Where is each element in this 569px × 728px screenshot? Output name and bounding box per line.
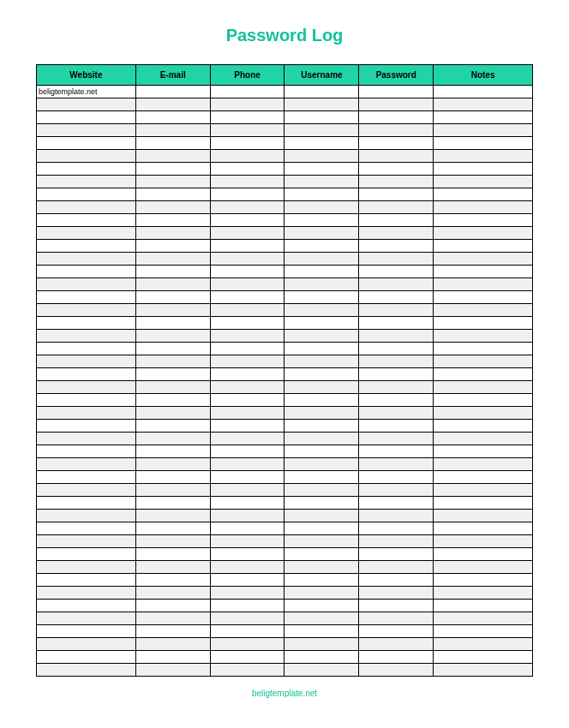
table-row [37,600,533,612]
cell-email [135,98,210,111]
table-row [37,98,533,111]
cell-phone [210,304,284,317]
cell-email [135,407,210,420]
table-row [37,548,533,561]
cell-notes [434,291,533,304]
cell-password [359,600,434,612]
cell-phone [210,176,284,188]
cell-email [135,445,210,458]
table-row [37,471,533,484]
cell-username [284,381,359,394]
table-row [37,497,533,510]
column-header-notes: Notes [434,65,533,86]
cell-email [135,420,210,433]
cell-website [37,330,136,343]
cell-email [135,651,210,664]
cell-email [135,176,210,188]
cell-password [359,587,434,600]
cell-password [359,111,434,124]
cell-password [359,163,434,176]
cell-website [37,612,136,625]
cell-username [284,163,359,176]
table-row: beligtemplate.net [37,86,533,98]
cell-username [284,497,359,510]
cell-password [359,124,434,137]
cell-website [37,137,136,150]
cell-website [37,201,136,214]
cell-notes [434,612,533,625]
cell-website [37,214,136,227]
table-row [37,330,533,343]
cell-notes [434,471,533,484]
cell-phone [210,651,284,664]
cell-website [37,561,136,574]
cell-notes [434,561,533,574]
cell-website [37,291,136,304]
cell-password [359,278,434,291]
cell-phone [210,343,284,355]
cell-website [37,587,136,600]
cell-notes [434,368,533,381]
table-row [37,355,533,368]
cell-notes [434,458,533,471]
table-row [37,664,533,677]
cell-password [359,266,434,278]
table-row [37,317,533,330]
cell-website [37,124,136,137]
cell-phone [210,510,284,522]
cell-username [284,561,359,574]
cell-username [284,548,359,561]
table-row [37,240,533,253]
table-row [37,381,533,394]
table-row [37,484,533,497]
cell-password [359,638,434,651]
cell-phone [210,86,284,98]
cell-notes [434,548,533,561]
cell-password [359,368,434,381]
cell-email [135,214,210,227]
cell-notes [434,638,533,651]
cell-username [284,471,359,484]
cell-username [284,368,359,381]
cell-phone [210,227,284,240]
cell-phone [210,355,284,368]
cell-notes [434,433,533,445]
cell-username [284,304,359,317]
table-row [37,368,533,381]
cell-notes [434,137,533,150]
cell-phone [210,625,284,638]
cell-phone [210,368,284,381]
cell-notes [434,163,533,176]
cell-email [135,484,210,497]
column-header-website: Website [37,65,136,86]
cell-website [37,163,136,176]
table-row [37,124,533,137]
cell-email [135,266,210,278]
cell-website [37,548,136,561]
cell-phone [210,561,284,574]
cell-notes [434,304,533,317]
cell-username [284,574,359,587]
cell-password [359,420,434,433]
cell-website [37,574,136,587]
cell-phone [210,664,284,677]
table-row [37,188,533,201]
password-log-table: Website E-mail Phone Username Password N… [36,64,533,677]
cell-website [37,497,136,510]
cell-email [135,381,210,394]
cell-website [37,266,136,278]
cell-email [135,458,210,471]
cell-email [135,201,210,214]
cell-notes [434,600,533,612]
cell-notes [434,510,533,522]
cell-website [37,510,136,522]
cell-phone [210,600,284,612]
cell-website [37,98,136,111]
cell-phone [210,98,284,111]
cell-password [359,471,434,484]
cell-phone [210,574,284,587]
cell-notes [434,497,533,510]
cell-email [135,150,210,163]
cell-password [359,433,434,445]
cell-website [37,240,136,253]
